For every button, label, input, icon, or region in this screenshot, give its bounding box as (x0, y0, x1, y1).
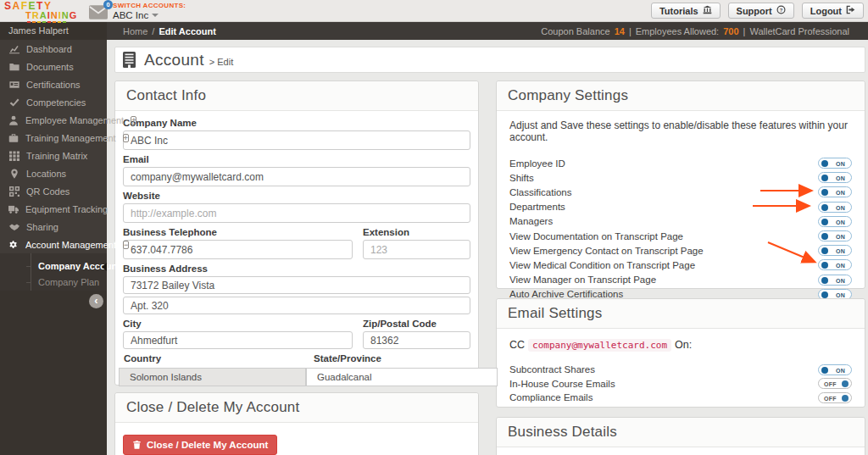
sidebar-item-equipment-tracking[interactable]: Equipment Tracking (0, 200, 107, 218)
close-delete-panel: Close / Delete My Account Close / Delete… (114, 392, 479, 455)
account-switcher-dropdown[interactable]: ABC Inc (113, 10, 186, 20)
toggle-knob (842, 380, 849, 387)
extension-field[interactable] (363, 240, 470, 259)
email-settings-panel: Email Settings CCcompany@mywalletcard.co… (496, 298, 865, 408)
zip-postal-code-label: Zip/Postal Code (363, 319, 470, 329)
breadcrumb-home-link[interactable]: Home (123, 26, 147, 36)
company-settings-title: Company Settings (497, 81, 865, 111)
sidebar-item-training-matrix[interactable]: Training Matrix (0, 147, 107, 164)
support-button[interactable]: Support ? (728, 3, 794, 19)
toggle-state-label: ON (836, 292, 845, 298)
qr-icon (8, 186, 19, 197)
sidebar-item-certifications[interactable]: Certifications (0, 75, 107, 93)
website-field[interactable] (123, 203, 470, 223)
toggle-compliance-emails[interactable]: OFF (818, 392, 852, 403)
toggle-shifts[interactable]: ON (818, 172, 852, 183)
business-details-title: Business Details (497, 418, 865, 447)
logout-button[interactable]: Logout (802, 3, 864, 19)
messages-button[interactable]: 0 (89, 3, 109, 19)
sidebar-item-dashboard[interactable]: Dashboard (0, 40, 107, 58)
sidebar-item-sharing[interactable]: Sharing (0, 218, 107, 236)
close-delete-account-button[interactable]: Close / Delete My Account (123, 435, 277, 455)
sidebar-subitem-company-account[interactable]: Company Account (0, 258, 107, 275)
email-field[interactable] (123, 167, 470, 186)
toggle-state-label: OFF (824, 381, 837, 387)
setting-row-departments: DepartmentsON (507, 200, 854, 214)
toggle-view-manager-on-transcript-page[interactable]: ON (818, 275, 852, 286)
toggle-departments[interactable]: ON (818, 202, 852, 213)
grid-icon (8, 151, 19, 161)
folder-icon (8, 62, 19, 72)
toggle-knob (821, 160, 828, 167)
toggle-view-medical-condition-on-transcript-page[interactable]: ON (818, 259, 852, 270)
toggle-view-documentation-on-transcript-page[interactable]: ON (818, 230, 852, 241)
toggle-in-house-course-emails[interactable]: OFF (818, 378, 852, 389)
toggle-state-label: ON (836, 234, 845, 240)
sidebar-item-label: Employee Management (25, 115, 124, 125)
business-telephone-field[interactable] (123, 240, 353, 259)
page-title: Account (144, 51, 204, 69)
breadcrumb: Home / Edit Account (123, 26, 216, 36)
tutorials-button[interactable]: Tutorials (651, 3, 721, 19)
cc-line: CCcompany@mywalletcard.comOn: (509, 339, 852, 351)
toggle-knob (821, 189, 828, 196)
sidebar-item-employee-management[interactable]: Employee Management+ (0, 111, 107, 129)
collapse-section-icon[interactable]: − (123, 241, 129, 249)
handshake-icon (8, 222, 19, 232)
business-details-panel: Business Details (496, 417, 865, 455)
setting-label: View Medical Condition on Transcript Pag… (509, 260, 695, 270)
topbar-buttons: Tutorials Support ? Logout (651, 3, 864, 19)
id-card-icon (8, 80, 19, 90)
sidebar-item-training-management[interactable]: Training Management+ (0, 129, 107, 147)
app-root: SAFETY TRAINING 0 SWITCH ACCOUNTS: ABC I… (0, 0, 868, 455)
sidebar-item-label: Certifications (26, 80, 81, 90)
email-settings-rows: Subcontract SharesONIn-House Course Emai… (507, 363, 854, 405)
expand-section-icon[interactable]: + (123, 134, 129, 142)
sidebar-item-label: Training Matrix (26, 151, 87, 161)
toggle-view-emergency-contact-on-transcript-page[interactable]: ON (818, 245, 852, 256)
sidebar-item-account-management[interactable]: Account Management− (0, 236, 107, 253)
app-logo[interactable]: SAFETY TRAINING (4, 1, 89, 23)
question-circle-icon: ? (776, 5, 786, 16)
collapse-sidebar-button[interactable]: ‹ (89, 294, 103, 308)
status-separator: | (629, 26, 632, 36)
sidebar-item-competencies[interactable]: Competencies (0, 93, 107, 111)
plan-name: WalletCard Professional (749, 26, 849, 36)
close-delete-title: Close / Delete My Account (115, 393, 478, 423)
zip-postal-code-field[interactable] (363, 331, 470, 349)
sidebar-item-label: Account Management (25, 240, 116, 250)
state-province-select[interactable]: Guadalcanal (306, 368, 498, 386)
expand-section-icon[interactable]: + (131, 116, 136, 125)
sidebar-item-documents[interactable]: Documents (0, 58, 107, 75)
employees-allowed-label: Employees Allowed: (636, 26, 719, 36)
toggle-managers[interactable]: ON (818, 216, 852, 227)
toggle-knob (821, 291, 828, 298)
sidebar-subitem-company-plan[interactable]: Company Plan (0, 275, 107, 291)
business-address-label: Business Address (123, 264, 470, 274)
toggle-state-label: ON (836, 368, 845, 374)
truck-icon (8, 204, 19, 214)
city-label: City (123, 319, 353, 329)
toggle-state-label: ON (836, 219, 845, 225)
business-address-line2-field[interactable] (123, 297, 470, 314)
contact-info-title: Contact Info (115, 81, 478, 111)
toggle-employee-id[interactable]: ON (818, 158, 852, 169)
city-field[interactable] (123, 331, 353, 349)
toggle-classifications[interactable]: ON (818, 186, 852, 197)
toggle-state-label: ON (836, 205, 845, 211)
sidebar-item-label: Documents (26, 62, 74, 72)
toggle-subcontract-shares[interactable]: ON (818, 364, 852, 375)
setting-label: Compliance Emails (509, 392, 593, 402)
country-select[interactable]: Solomon Islands (119, 368, 306, 386)
setting-row-in-house-course-emails: In-House Course EmailsOFF (507, 377, 854, 391)
toggle-knob (821, 277, 828, 284)
company-settings-panel: Company Settings Adjust and Save these s… (496, 80, 865, 289)
sidebar-item-qr-codes[interactable]: QR Codes (0, 182, 107, 200)
business-address-line1-field[interactable] (123, 276, 470, 294)
topbar: SAFETY TRAINING 0 SWITCH ACCOUNTS: ABC I… (0, 0, 868, 22)
setting-label: In-House Course Emails (509, 379, 615, 389)
sidebar-item-locations[interactable]: Locations (0, 164, 107, 182)
toggle-state-label: ON (836, 248, 845, 254)
setting-row-view-documentation-on-transcript-page: View Documentation on Transcript PageON (507, 229, 854, 243)
company-name-field[interactable] (123, 130, 470, 150)
